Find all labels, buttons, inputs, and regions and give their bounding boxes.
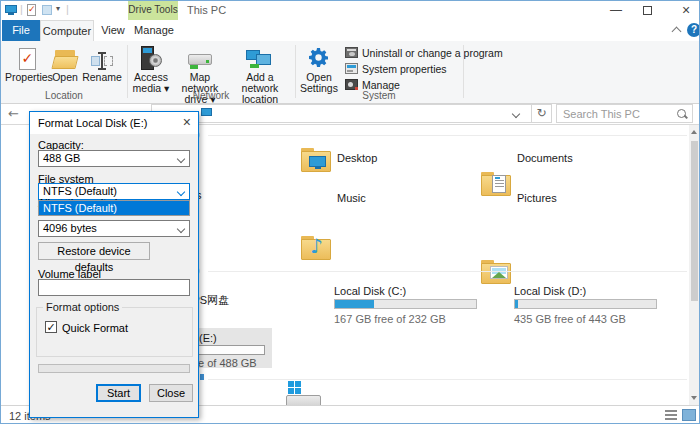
back-icon[interactable]: ← [8,106,19,121]
access-media-button[interactable]: Access media ▾ [131,44,171,94]
minimize-ribbon-icon[interactable] [672,27,682,37]
minimize-button[interactable]: — [601,2,631,19]
qat-dropdown-icon[interactable]: ▾ [56,4,60,13]
format-options-group: Format options ✓ Quick Format [36,307,193,357]
tab-view[interactable]: View [95,20,131,41]
ribbon: ✓ Properties Open [1,41,699,104]
details-view-icon[interactable] [665,410,677,421]
address-dropdown-icon[interactable] [512,110,520,118]
search-box[interactable] [556,104,693,123]
format-progress-bar [38,364,190,373]
chevron-down-icon [177,188,185,196]
tab-computer[interactable]: Computer [40,20,94,41]
scroll-down-icon[interactable] [691,396,697,400]
system-properties-icon [345,63,358,74]
qat-folder-icon[interactable] [42,5,52,15]
tab-manage[interactable]: Manage [131,20,177,41]
vertical-scrollbar[interactable] [689,125,700,405]
system-properties-button[interactable]: System properties [345,61,447,76]
open-folder-icon [49,44,81,70]
thumbnail-view-icon[interactable] [682,409,696,421]
capacity-select[interactable]: 488 GB [38,150,190,167]
group-separator [295,45,296,98]
search-input[interactable] [563,106,673,121]
rename-icon [81,44,123,70]
dialog-title: Format Local Disk (E:) [38,117,147,129]
qat-thispc-icon[interactable] [5,5,17,15]
qat-properties-icon[interactable]: ✓ [27,4,36,16]
network-location-icon-fragment [200,374,204,380]
maximize-button[interactable] [643,6,652,15]
add-network-location-icon [229,44,291,70]
scroll-up-icon[interactable] [691,130,697,134]
address-bar[interactable] [151,104,532,123]
titlebar: | ✓ ▾ | Drive Tools This PC — × [1,1,699,20]
allocation-select[interactable]: 4096 bytes [38,220,190,237]
filesystem-dropdown-list: NTFS (Default) [38,200,190,216]
close-dialog-button[interactable]: Close [149,384,193,402]
settings-gear-icon [299,44,339,70]
disk-e-usage-bar [198,345,265,355]
close-button[interactable]: × [671,2,700,19]
folders-group-rule [208,135,687,136]
scrollbar-thumb[interactable] [691,141,698,301]
disk-d-usage-bar [514,299,657,309]
group-label-system: System [299,90,459,101]
desktop-folder-icon [301,148,331,172]
group-separator [463,45,464,98]
map-network-drive-icon [171,44,229,70]
uninstall-icon [345,47,358,58]
disk-c-usage-bar [334,299,477,309]
group-separator [127,45,128,98]
qat-separator2: | [66,3,69,15]
qat-separator: | [20,3,23,15]
quick-format-label: Quick Format [62,322,128,334]
explorer-window: | ✓ ▾ | Drive Tools This PC — × File Com… [0,0,700,424]
dialog-close-icon[interactable]: × [183,114,191,130]
chevron-down-icon [177,225,185,233]
dropdown-item-ntfs[interactable]: NTFS (Default) [39,201,189,215]
documents-folder-icon [481,172,511,196]
properties-icon: ✓ [5,44,49,70]
group-label-network: Network [131,90,291,101]
open-button[interactable]: Open [49,44,81,83]
window-title: This PC [187,4,226,16]
access-media-icon [131,44,171,70]
address-thispc-icon [201,108,212,116]
pictures-folder-icon [481,260,511,284]
refresh-icon[interactable]: ↻ [531,104,552,123]
open-settings-button[interactable]: Open Settings [299,44,339,94]
music-folder-icon: ♪ [301,236,331,260]
format-options-label: Format options [43,301,122,313]
restore-defaults-button[interactable]: Restore device defaults [38,242,150,260]
devices-group-rule [208,271,687,272]
quick-format-checkbox[interactable]: ✓ [45,321,57,333]
uninstall-program-button[interactable]: Uninstall or change a program [345,45,503,60]
properties-button[interactable]: ✓ Properties [5,44,49,83]
contextual-tab-drive-tools[interactable]: Drive Tools [128,1,178,20]
search-icon[interactable] [676,108,688,120]
group-label-location: Location [5,90,123,101]
start-button[interactable]: Start [96,384,141,402]
dialog-titlebar: Format Local Disk (E:) × [30,112,198,134]
manage-icon [345,79,358,90]
tab-file[interactable]: File [2,20,40,41]
rename-button[interactable]: Rename [81,44,123,83]
format-dialog: Format Local Disk (E:) × Capacity: 488 G… [29,111,199,418]
chevron-down-icon [177,155,185,163]
help-icon[interactable]: ? [687,23,700,37]
volume-label-input[interactable] [38,279,190,296]
network-group-rule [208,379,687,380]
ribbon-tab-row: File Computer View Manage ? [1,20,699,41]
